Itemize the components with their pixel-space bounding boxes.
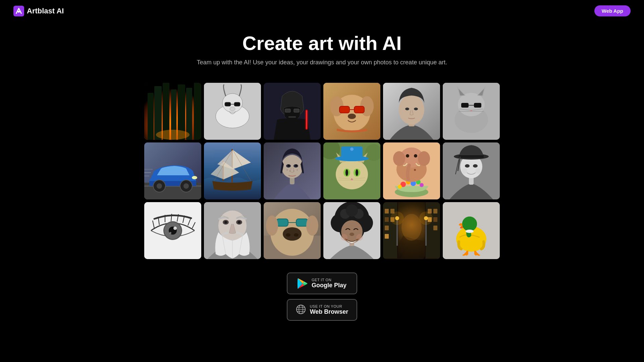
gallery-item-woman-hat (443, 142, 500, 199)
svg-point-155 (266, 216, 278, 236)
svg-point-149 (294, 233, 299, 237)
svg-point-170 (356, 234, 363, 241)
svg-rect-46 (461, 103, 469, 108)
gallery-item-alley (383, 202, 440, 259)
svg-rect-25 (305, 110, 309, 130)
svg-point-121 (462, 168, 467, 174)
google-play-icon (298, 278, 308, 289)
gallery-item-woman-bw (383, 83, 440, 140)
svg-point-166 (346, 204, 358, 217)
svg-rect-181 (385, 226, 389, 230)
svg-point-10 (156, 130, 190, 140)
svg-rect-179 (385, 217, 389, 222)
svg-point-76 (295, 165, 297, 167)
svg-point-77 (287, 170, 288, 171)
cta-section: GET IT ON Google Play Use it on your Web… (0, 273, 644, 321)
google-play-label-big: Google Play (312, 282, 346, 289)
gallery-item-forest (144, 83, 201, 140)
svg-point-143 (238, 221, 240, 224)
svg-rect-187 (433, 226, 437, 230)
svg-point-142 (224, 221, 227, 224)
svg-point-84 (336, 159, 368, 189)
gallery-item-goat (204, 83, 261, 140)
svg-rect-186 (433, 217, 437, 222)
svg-point-113 (414, 169, 416, 171)
svg-point-105 (420, 183, 424, 187)
logo-text: Artblast AI (27, 7, 64, 15)
gallery-item-car (144, 142, 201, 199)
gallery-item-dog-sunglasses2 (264, 202, 321, 259)
svg-rect-151 (296, 219, 308, 226)
google-play-button[interactable]: GET IT ON Google Play (287, 273, 357, 294)
svg-rect-30 (339, 106, 350, 113)
web-browser-label-small: Use it on your (310, 304, 348, 308)
gallery-item-cat-hat (323, 142, 380, 199)
svg-rect-15 (234, 102, 240, 106)
svg-point-147 (283, 227, 302, 241)
svg-rect-182 (385, 234, 389, 239)
svg-rect-184 (433, 209, 437, 214)
google-play-label-small: GET IT ON (312, 278, 346, 282)
svg-rect-9 (194, 83, 201, 140)
gallery-grid (0, 83, 644, 259)
svg-point-136 (169, 232, 171, 234)
svg-point-120 (473, 164, 478, 168)
svg-point-202 (466, 230, 474, 233)
gallery-item-elephant (383, 142, 440, 199)
svg-point-148 (286, 233, 290, 237)
svg-point-93 (356, 169, 358, 176)
hero-title: Create art with AI (7, 32, 637, 54)
svg-rect-47 (474, 103, 481, 108)
gallery-item-wizard (204, 202, 261, 259)
gallery-item-eye (144, 202, 201, 259)
svg-point-193 (419, 212, 433, 225)
hero-subtitle: Team up with the AI! Use your ideas, you… (7, 59, 637, 66)
svg-point-72 (281, 155, 303, 178)
svg-rect-3 (148, 93, 154, 140)
svg-rect-21 (288, 116, 296, 118)
svg-point-119 (465, 164, 470, 168)
svg-point-58 (157, 183, 162, 189)
svg-point-112 (414, 154, 417, 158)
logo: Artblast AI (13, 6, 64, 16)
svg-point-92 (345, 169, 348, 176)
svg-rect-118 (459, 155, 484, 158)
svg-point-36 (399, 95, 424, 125)
web-app-button[interactable]: Web App (594, 5, 631, 16)
svg-rect-20 (294, 109, 299, 112)
svg-point-110 (418, 151, 430, 166)
google-play-text: GET IT ON Google Play (312, 278, 346, 289)
svg-point-168 (350, 233, 354, 236)
svg-point-89 (350, 147, 354, 151)
web-browser-label-big: Web Browser (310, 308, 348, 315)
svg-rect-14 (225, 102, 231, 106)
svg-point-156 (306, 216, 318, 236)
svg-point-192 (390, 212, 404, 225)
gallery-item-girl-art (264, 142, 321, 199)
svg-rect-31 (354, 106, 364, 113)
svg-point-169 (341, 234, 347, 241)
gallery-item-dog-sunglasses (323, 83, 380, 140)
svg-point-37 (405, 108, 409, 110)
svg-point-135 (173, 227, 177, 230)
web-browser-button[interactable]: Use it on your Web Browser (287, 299, 357, 321)
web-icon (296, 304, 306, 316)
hero-section: Create art with AI Team up with the AI! … (0, 22, 644, 73)
gallery-item-duck (443, 202, 500, 259)
svg-rect-150 (276, 219, 288, 226)
logo-icon (13, 6, 24, 16)
svg-point-1 (18, 11, 20, 13)
header: Artblast AI Web App (0, 0, 644, 22)
gallery-item-darth (264, 83, 321, 140)
svg-point-75 (288, 165, 290, 167)
svg-point-38 (414, 108, 418, 110)
svg-point-106 (398, 185, 402, 189)
svg-point-111 (406, 154, 409, 158)
svg-point-61 (192, 176, 197, 179)
svg-rect-19 (285, 109, 290, 112)
svg-point-194 (401, 214, 422, 241)
svg-point-60 (183, 183, 189, 189)
gallery-item-woman-afro (323, 202, 380, 259)
svg-point-17 (230, 107, 235, 111)
web-browser-text: Use it on your Web Browser (310, 304, 348, 315)
